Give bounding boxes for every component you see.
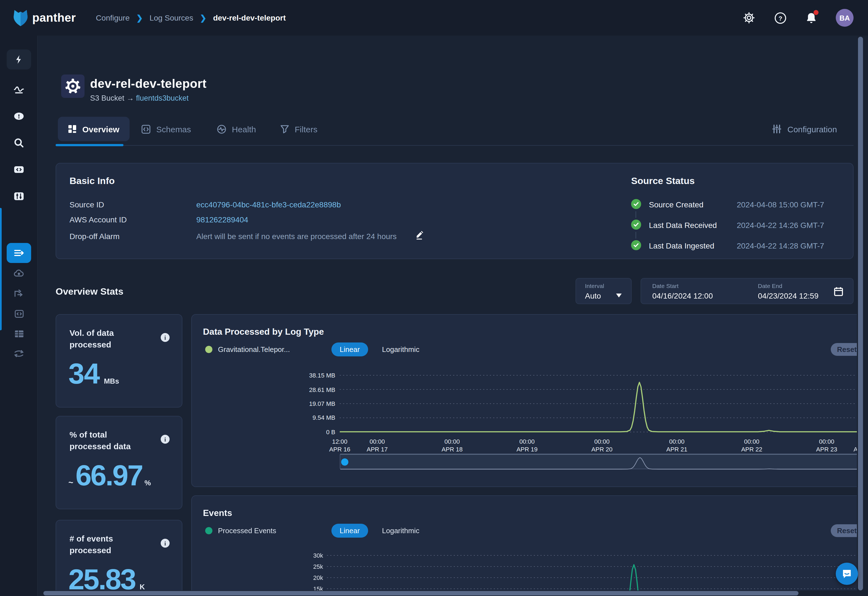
y-tick-label: 0 B xyxy=(326,429,335,435)
breadcrumb-log-sources[interactable]: Log Sources xyxy=(149,13,193,22)
logarithmic-toggle-button[interactable]: Logarithmic xyxy=(382,345,419,354)
chart-card-events: Events Processed Events Linear Logarithm… xyxy=(191,496,867,596)
info-icon[interactable]: i xyxy=(161,435,170,444)
source-id-value: ecc40796-04bc-481c-bfe3-ceda22e8898b xyxy=(196,200,341,209)
chevron-right-icon: ❯ xyxy=(200,13,206,22)
sidebar-item-query[interactable] xyxy=(7,159,31,180)
interval-select[interactable]: Interval Auto xyxy=(576,278,632,304)
aws-account-label: AWS Account ID xyxy=(69,215,127,224)
legend-label: Gravitational.Telepor... xyxy=(218,345,290,354)
panther-icon xyxy=(12,9,29,27)
x-tick-label: 00:00APR 20 xyxy=(591,438,613,453)
sidebar-item-search[interactable] xyxy=(7,133,31,153)
x-tick-label: 12:00APR 16 xyxy=(329,438,350,453)
sidebar-item-transforms[interactable] xyxy=(7,344,31,364)
calendar-icon xyxy=(834,286,843,297)
info-icon[interactable]: i xyxy=(161,333,170,342)
panther-logo[interactable]: panther xyxy=(12,9,76,27)
edit-pencil-icon[interactable] xyxy=(415,231,424,240)
stat-unit: K xyxy=(140,583,145,591)
y-axis-labels: 30k25k20k15k xyxy=(284,552,323,596)
status-connector xyxy=(636,211,636,218)
sidebar-item-quick-actions[interactable] xyxy=(7,50,31,69)
x-axis-labels: 12:00APR 1600:00APR 1700:00APR 1800:00AP… xyxy=(340,438,864,454)
top-bar: panther Configure ❯ Log Sources ❯ dev-re… xyxy=(0,0,868,35)
brand-name: panther xyxy=(32,11,76,25)
page-title: dev-rel-dev-teleport xyxy=(90,77,207,91)
avatar[interactable]: BA xyxy=(836,9,853,27)
tab-overview[interactable]: Overview xyxy=(58,117,129,141)
sidebar-item-packs[interactable] xyxy=(7,304,31,323)
zoom-range-slider[interactable] xyxy=(340,454,864,469)
basic-info-title: Basic Info xyxy=(69,176,115,187)
tab-health[interactable]: Health xyxy=(207,117,266,141)
arrow-right-icon: → xyxy=(127,94,134,102)
chat-launcher-button[interactable] xyxy=(836,563,858,585)
code-icon xyxy=(13,164,25,175)
date-range-picker[interactable]: Date Start 04/16/2024 12:00 Date End 04/… xyxy=(641,278,853,304)
stat-card-volume: Vol. of data processed i 34 MBs xyxy=(56,314,182,407)
config-sliders-icon xyxy=(772,124,782,134)
configuration-button[interactable]: Configuration xyxy=(772,117,837,141)
stat-prefix: ~ xyxy=(68,478,74,487)
legend-dot xyxy=(205,527,213,534)
y-tick-label: 38.15 MB xyxy=(309,372,335,379)
y-tick-label: 19.07 MB xyxy=(309,400,335,407)
y-tick-label: 9.54 MB xyxy=(313,415,335,421)
tab-health-label: Health xyxy=(232,124,256,134)
chevron-right-icon: ❯ xyxy=(136,13,143,22)
bucket-link[interactable]: fluentds3bucket xyxy=(136,94,189,102)
tab-schemas[interactable]: Schemas xyxy=(131,117,201,141)
y-tick-label: 25k xyxy=(313,563,323,570)
sidebar-item-monitoring[interactable] xyxy=(7,80,31,99)
linear-toggle-button[interactable]: Linear xyxy=(331,342,368,356)
linear-toggle-button[interactable]: Linear xyxy=(331,524,368,538)
search-icon xyxy=(13,137,25,149)
status-value: 2024-04-08 15:00 GMT-7 xyxy=(737,200,824,209)
sidebar-item-cloud-security[interactable] xyxy=(7,264,31,283)
vertical-scrollbar[interactable] xyxy=(858,37,863,590)
branch-arrows-icon xyxy=(13,288,25,299)
breadcrumb-configure[interactable]: Configure xyxy=(96,13,130,22)
settings-gear-icon[interactable] xyxy=(743,11,756,25)
horizontal-scrollbar[interactable] xyxy=(43,591,799,596)
tab-overview-label: Overview xyxy=(82,124,119,134)
sidebar-item-data-routing[interactable] xyxy=(7,283,31,304)
sidebar-item-detections[interactable] xyxy=(7,186,31,206)
tab-filters[interactable]: Filters xyxy=(270,117,328,141)
swap-arrows-icon xyxy=(13,348,25,359)
date-end-label: Date End xyxy=(758,282,782,289)
sidebar-item-log-sources[interactable] xyxy=(7,243,31,263)
date-end-value: 04/23/2024 12:59 xyxy=(758,291,818,300)
sidebar-active-accent xyxy=(0,208,1,330)
notifications-bell-icon[interactable] xyxy=(805,11,818,25)
health-pulse-icon xyxy=(217,124,226,134)
chart-title: Events xyxy=(203,508,232,518)
dropoff-alarm-label: Drop-off Alarm xyxy=(69,232,120,241)
info-icon[interactable]: i xyxy=(161,539,170,547)
stat-unit: % xyxy=(145,479,151,487)
sidebar-item-tables[interactable] xyxy=(7,323,31,344)
source-type: S3 Bucket xyxy=(90,94,124,102)
grid-icon xyxy=(68,124,77,133)
stat-card-percent: % of total processed data i ~ 66.97 % xyxy=(56,416,182,509)
x-tick-label: 00:00APR 22 xyxy=(741,438,762,453)
sidebar-item-alerts[interactable] xyxy=(7,106,31,126)
source-logo xyxy=(61,75,84,98)
tab-schemas-label: Schemas xyxy=(156,124,191,134)
check-icon xyxy=(631,240,641,250)
x-tick-label: 00:00APR 17 xyxy=(367,438,388,453)
logarithmic-toggle-button[interactable]: Logarithmic xyxy=(382,527,419,535)
stat-value: 34 xyxy=(68,357,99,390)
stat-unit: MBs xyxy=(104,377,119,385)
stat-title: Vol. of data processed xyxy=(69,327,148,350)
zoom-handle-left[interactable] xyxy=(341,458,348,465)
basic-info-card: Basic Info Source ID ecc40796-04bc-481c-… xyxy=(56,163,853,259)
legend-label: Processed Events xyxy=(218,527,276,535)
legend-item[interactable]: Processed Events xyxy=(205,527,276,535)
legend-item[interactable]: Gravitational.Telepor... xyxy=(205,345,290,354)
help-icon[interactable]: ? xyxy=(774,11,787,25)
alert-icon xyxy=(13,111,25,122)
status-label: Source Created xyxy=(649,200,703,209)
schema-code-icon xyxy=(141,124,151,134)
